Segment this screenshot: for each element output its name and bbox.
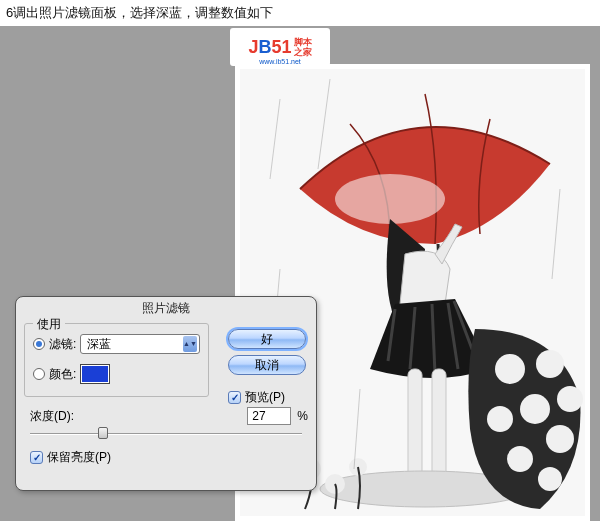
svg-point-11 [546,425,574,453]
step-caption: 6调出照片滤镜面板，选择深蓝，调整数值如下 [0,0,600,26]
svg-rect-3 [408,369,422,479]
preserve-luminosity-checkbox[interactable]: ✓ [30,451,43,464]
filter-select[interactable]: 深蓝 ▲▼ [80,334,200,354]
svg-point-13 [538,467,562,491]
svg-rect-4 [432,369,446,479]
density-input[interactable] [247,407,291,425]
svg-point-1 [335,174,445,224]
svg-point-10 [487,406,513,432]
preserve-luminosity-label: 保留亮度(P) [47,449,111,466]
color-swatch[interactable] [80,364,110,384]
jb51-logo: JB51 脚本之家 www.jb51.net [230,28,330,66]
filter-label: 滤镜: [49,336,76,353]
filter-value: 深蓝 [87,336,111,353]
svg-point-6 [495,354,525,384]
svg-point-8 [557,386,583,412]
svg-point-9 [520,394,550,424]
use-fieldset: 使用 滤镜: 深蓝 ▲▼ 颜色: [24,323,209,397]
use-legend: 使用 [33,316,65,333]
color-radio[interactable] [33,368,45,380]
editor-canvas: JB51 脚本之家 www.jb51.net [0,26,600,521]
ok-button[interactable]: 好 [228,329,306,349]
preview-checkbox[interactable]: ✓ [228,391,241,404]
slider-thumb-icon[interactable] [98,427,108,439]
select-stepper-icon[interactable]: ▲▼ [183,336,197,352]
color-label: 颜色: [49,366,76,383]
density-slider[interactable] [30,427,302,441]
svg-point-12 [507,446,533,472]
filter-radio[interactable] [33,338,45,350]
density-unit: % [297,409,308,423]
photo-filter-dialog: 照片滤镜 使用 滤镜: 深蓝 ▲▼ 颜色: [15,296,317,491]
preview-label: 预览(P) [245,389,285,406]
cancel-button[interactable]: 取消 [228,355,306,375]
density-label: 浓度(D): [30,408,74,425]
svg-point-7 [536,350,564,378]
